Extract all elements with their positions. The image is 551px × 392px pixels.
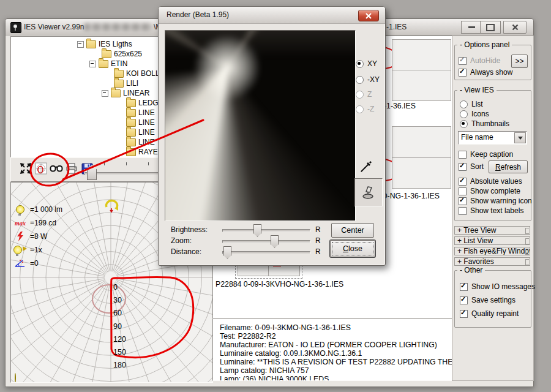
collapse-icon[interactable] bbox=[77, 41, 84, 48]
combo-dropdown-button[interactable] bbox=[514, 132, 526, 143]
lamp-rotate-icon[interactable] bbox=[104, 198, 120, 213]
tree-item-label: LILI bbox=[126, 79, 138, 88]
tree-item[interactable]: LINE bbox=[126, 118, 155, 127]
show-io-messages-checkbox[interactable]: Show IO messages bbox=[460, 282, 535, 291]
tree-item[interactable]: LINE bbox=[126, 127, 155, 137]
zoom-reset[interactable]: R bbox=[315, 236, 321, 246]
quality-repaint-checkbox[interactable]: Quality repaint bbox=[460, 309, 519, 318]
brightness-reset[interactable]: R bbox=[315, 225, 321, 235]
ring-label: 180 bbox=[113, 361, 132, 369]
info-filename: Filename: 0-09-I-3KMO-NG-1-36-1.IES bbox=[220, 323, 351, 332]
distance-slider-thumb[interactable] bbox=[223, 246, 231, 259]
keep-caption-checkbox[interactable]: Keep caption bbox=[459, 150, 513, 159]
tree-item[interactable]: LEDG bbox=[126, 98, 159, 108]
view-thumbnails-radio[interactable]: Thumbnails bbox=[460, 119, 509, 128]
tree-item[interactable]: LINE bbox=[126, 137, 155, 147]
lamp-render-button[interactable] bbox=[354, 178, 383, 206]
section-list-view[interactable]: + List View bbox=[454, 236, 530, 245]
center-button[interactable]: Center bbox=[331, 223, 374, 238]
tree-item[interactable]: ETIN bbox=[89, 59, 127, 69]
zoom-slider-thumb[interactable] bbox=[271, 235, 279, 248]
tree-item-label: RAYE bbox=[138, 148, 158, 156]
folder-tree: IES Ligths 625x625 ETIN KOI BOLL LILI bbox=[10, 36, 160, 157]
polar-diagram-icon[interactable] bbox=[34, 160, 48, 176]
view-negxy-radio[interactable]: -XY bbox=[356, 75, 380, 84]
tree-item[interactable]: LINE bbox=[126, 108, 155, 118]
autohide-checkbox[interactable]: AutoHide bbox=[459, 56, 500, 65]
ring-label: 60 bbox=[113, 309, 132, 317]
ring-label: 120 bbox=[113, 335, 132, 344]
stat-tilt-value: =0 bbox=[30, 259, 39, 268]
render-image-frame bbox=[165, 30, 356, 221]
always-show-checkbox[interactable]: Always show bbox=[459, 68, 512, 77]
tree-item-label: LINE bbox=[138, 108, 155, 117]
section-fish-eye[interactable]: + Fish eye&Fly Window bbox=[454, 247, 530, 255]
folder-icon bbox=[114, 80, 124, 88]
radio-icon bbox=[460, 120, 468, 128]
brightness-slider-thumb[interactable] bbox=[253, 224, 261, 237]
info-test: Test: P22882-R2 bbox=[220, 332, 276, 341]
brightness-slider-track[interactable] bbox=[222, 229, 310, 232]
stat-power: =8 W bbox=[13, 230, 47, 243]
save-settings-checkbox[interactable]: Save settings bbox=[460, 296, 515, 304]
checkbox-icon bbox=[460, 296, 468, 304]
tree-item[interactable]: 625x625 bbox=[102, 49, 142, 59]
show-warning-icon-checkbox[interactable]: Show warning icon bbox=[459, 197, 532, 205]
section-favorites[interactable]: + Favorites bbox=[454, 257, 530, 266]
distance-slider-track[interactable] bbox=[222, 251, 310, 254]
thumbnail-label[interactable]: O-NG-1-36-1.IES bbox=[381, 192, 440, 200]
tree-item[interactable]: LINEAR bbox=[102, 88, 149, 98]
render-close-button[interactable] bbox=[358, 10, 379, 21]
thumbnail-item[interactable] bbox=[392, 39, 451, 101]
close-render-button[interactable]: Close bbox=[330, 240, 375, 257]
show-complete-checkbox[interactable]: Show complete bbox=[459, 187, 520, 195]
folder-icon bbox=[99, 60, 108, 68]
view-negz-radio[interactable]: -Z bbox=[356, 105, 374, 113]
show-text-labels-checkbox[interactable]: Show text labels bbox=[459, 206, 523, 215]
slider-tick bbox=[104, 162, 105, 165]
stat-multiplier: =1x bbox=[13, 244, 42, 256]
sort-by-combo[interactable]: File name bbox=[458, 131, 527, 145]
view-xy-radio[interactable]: XY bbox=[356, 59, 377, 68]
absolute-values-checkbox[interactable]: Absolute values bbox=[459, 177, 522, 186]
tree-item[interactable]: LILI bbox=[114, 78, 138, 88]
maximize-button[interactable] bbox=[480, 21, 501, 34]
folder-icon bbox=[126, 148, 136, 156]
other-caption[interactable]: - Other bbox=[457, 266, 485, 274]
tree-item[interactable]: RAYE bbox=[126, 147, 158, 157]
tree-item[interactable]: IES Ligths bbox=[77, 39, 132, 49]
refresh-button[interactable]: Refresh bbox=[489, 160, 528, 173]
bulb-icon bbox=[16, 205, 24, 214]
thumbnail-item[interactable] bbox=[392, 126, 451, 189]
window-title-blurred-path bbox=[84, 23, 152, 31]
folder-icon bbox=[114, 70, 124, 78]
fullscreen-icon[interactable] bbox=[18, 160, 33, 176]
print-icon[interactable] bbox=[64, 160, 79, 176]
zoom-slider-track[interactable] bbox=[222, 240, 310, 243]
info-luminaire: Luminaire: **THIS IS A REVISION OF TEST … bbox=[220, 358, 452, 366]
stat-max-value: =199 cd bbox=[30, 219, 56, 227]
collapse-icon[interactable] bbox=[102, 90, 108, 97]
view-list-radio[interactable]: List bbox=[460, 100, 483, 108]
expand-panel-button[interactable]: >> bbox=[511, 55, 528, 68]
view-z-radio[interactable]: Z bbox=[356, 90, 372, 99]
folder-icon bbox=[102, 50, 111, 58]
stat-max-candela: max =199 cd bbox=[13, 217, 56, 229]
distance-reset[interactable]: R bbox=[315, 247, 321, 257]
tree-item[interactable]: KOI BOLL bbox=[114, 69, 160, 78]
render-dialog-titlebar[interactable]: Render (Beta 1.95) bbox=[159, 7, 385, 24]
checkbox-icon bbox=[459, 69, 467, 77]
section-tree-view[interactable]: + Tree View bbox=[454, 226, 530, 235]
eyedropper-icon[interactable] bbox=[359, 160, 373, 175]
minimize-button[interactable] bbox=[461, 21, 482, 34]
collapse-icon[interactable] bbox=[89, 61, 96, 67]
render-glasses-icon[interactable] bbox=[49, 160, 64, 176]
stat-tilt: =0 bbox=[13, 257, 39, 270]
thumbnail-label-selected[interactable]: P22884 0-09-I-3KVHO-NG-1-36-1.IES bbox=[216, 280, 343, 288]
chevron-down-icon bbox=[518, 137, 523, 140]
tree-item-label: LINE bbox=[138, 118, 155, 127]
sort-checkbox[interactable]: Sort bbox=[459, 162, 484, 171]
view-icons-radio[interactable]: Icons bbox=[460, 110, 489, 118]
thumbnail-label[interactable]: -1-36.IES bbox=[384, 102, 416, 110]
close-button[interactable] bbox=[503, 21, 527, 34]
